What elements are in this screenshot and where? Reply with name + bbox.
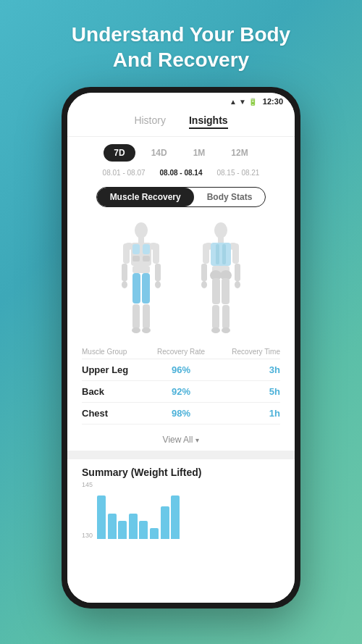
col-recovery-time: Recovery Time	[214, 348, 280, 356]
svg-rect-9	[132, 266, 150, 273]
toggle-muscle-recovery[interactable]: Muscle Recovery	[97, 188, 194, 206]
svg-point-14	[122, 281, 127, 288]
date-range-row: 08.01 - 08.07 08.08 - 08.14 08.15 - 08.2…	[67, 166, 295, 183]
front-body-figure	[109, 222, 174, 338]
y-label-top: 145	[82, 481, 93, 488]
svg-rect-30	[203, 243, 209, 264]
svg-rect-8	[143, 256, 150, 262]
recovery-table: Muscle Group Recovery Rate Recovery Time…	[67, 342, 295, 430]
battery-icon: 🔋	[248, 98, 257, 106]
table-row: Back 92% 5h	[82, 381, 280, 403]
signal-icon: ▼	[239, 98, 246, 106]
svg-rect-27	[216, 244, 219, 264]
svg-rect-17	[142, 273, 150, 304]
svg-rect-32	[201, 264, 207, 281]
y-label-bottom: 130	[82, 532, 93, 539]
time-chest: 1h	[214, 408, 280, 419]
bar-3b	[139, 521, 148, 539]
period-12m[interactable]: 12M	[221, 144, 258, 162]
svg-rect-18	[132, 304, 140, 329]
svg-rect-39	[222, 278, 230, 304]
svg-rect-11	[153, 243, 159, 264]
bar-group-4	[150, 528, 159, 539]
toggle-row: Muscle Recovery Body Stats	[67, 183, 295, 214]
bar-3a	[129, 514, 138, 539]
view-all-text[interactable]: View All	[163, 435, 193, 445]
chart-bars	[97, 495, 280, 539]
period-1m[interactable]: 1M	[183, 144, 216, 162]
muscle-chest: Chest	[82, 408, 148, 419]
bar-5b	[171, 495, 180, 539]
bar-5a	[161, 506, 169, 539]
toggle-body-stats[interactable]: Body Stats	[194, 188, 266, 206]
svg-rect-16	[132, 273, 140, 304]
body-diagrams	[67, 214, 295, 342]
chevron-down-icon: ▾	[195, 436, 199, 444]
svg-rect-41	[222, 305, 230, 329]
status-bar: ▲ ▼ 🔋 12:30	[67, 93, 295, 109]
svg-rect-7	[132, 256, 140, 262]
svg-rect-12	[122, 264, 127, 281]
bar-group-3	[129, 514, 148, 539]
tab-history[interactable]: History	[134, 114, 166, 129]
svg-rect-13	[155, 264, 161, 281]
bar-4a	[150, 528, 159, 539]
rate-upper-leg: 96%	[148, 364, 214, 375]
svg-rect-40	[212, 305, 219, 329]
bar-2a	[108, 514, 117, 539]
phone-screen: ▲ ▼ 🔋 12:30 History Insights 7D 14D 1M 1…	[67, 93, 295, 603]
table-row: Upper Leg 96% 3h	[82, 359, 280, 381]
svg-point-0	[135, 222, 148, 238]
svg-point-20	[132, 327, 140, 333]
svg-point-22	[214, 222, 227, 238]
svg-point-42	[211, 327, 220, 333]
phone-wrapper: ▲ ▼ 🔋 12:30 History Insights 7D 14D 1M 1…	[62, 87, 300, 609]
svg-rect-26	[211, 243, 231, 266]
hero-title: Understand Your Body And Recovery	[0, 0, 362, 87]
svg-rect-33	[235, 264, 240, 281]
tab-insights[interactable]: Insights	[189, 114, 228, 129]
svg-rect-6	[143, 244, 150, 254]
status-time: 12:30	[263, 97, 283, 106]
back-body-figure	[188, 222, 253, 338]
summary-title: Summary (Weight Lifted)	[82, 467, 280, 478]
svg-rect-10	[123, 243, 130, 264]
muscle-back: Back	[82, 386, 148, 397]
rate-back: 92%	[148, 386, 214, 397]
svg-rect-31	[232, 243, 239, 264]
wifi-icon: ▲	[230, 98, 237, 106]
table-row: Chest 98% 1h	[82, 403, 280, 425]
chart-area: 145 130	[82, 484, 280, 542]
date-range-current[interactable]: 08.08 - 08.14	[160, 169, 203, 177]
bar-group-5	[161, 495, 180, 539]
bar-2b	[118, 521, 127, 539]
svg-rect-5	[132, 244, 140, 254]
view-all-row: View All ▾	[67, 430, 295, 451]
period-14d[interactable]: 14D	[141, 144, 177, 162]
time-back: 5h	[214, 386, 280, 397]
bar-group-1	[97, 495, 106, 539]
nav-tabs: History Insights	[67, 109, 295, 137]
svg-point-34	[201, 281, 207, 288]
svg-rect-1	[138, 238, 144, 243]
muscle-upper-leg: Upper Leg	[82, 364, 148, 375]
svg-rect-38	[212, 278, 220, 304]
svg-rect-23	[218, 238, 224, 243]
svg-rect-19	[143, 304, 150, 329]
rate-chest: 98%	[148, 408, 214, 419]
date-range-next[interactable]: 08.15 - 08.21	[216, 169, 259, 177]
status-icons: ▲ ▼ 🔋	[230, 98, 257, 106]
period-selector: 7D 14D 1M 12M	[67, 137, 295, 166]
col-recovery-rate: Recovery Rate	[148, 348, 214, 356]
col-muscle-group: Muscle Group	[82, 348, 148, 356]
svg-point-15	[155, 281, 161, 288]
period-7d[interactable]: 7D	[104, 144, 135, 162]
table-header-row: Muscle Group Recovery Rate Recovery Time	[82, 345, 280, 359]
svg-point-21	[142, 327, 151, 333]
date-range-prev[interactable]: 08.01 - 08.07	[103, 169, 146, 177]
summary-section: Summary (Weight Lifted) 145 130	[67, 455, 295, 603]
bar-1a	[97, 495, 106, 539]
bar-group-2	[108, 514, 127, 539]
svg-rect-28	[222, 244, 226, 264]
toggle-group: Muscle Recovery Body Stats	[96, 187, 266, 207]
